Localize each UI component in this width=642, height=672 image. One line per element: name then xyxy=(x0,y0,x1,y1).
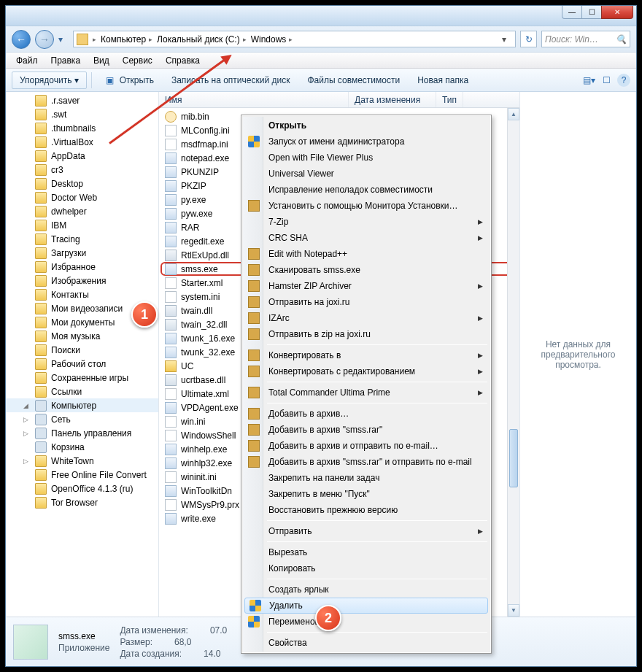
context-item[interactable]: Восстановить прежнюю версию xyxy=(244,502,489,518)
chevron-right-icon: ▶ xyxy=(478,352,483,359)
tree-item-label: Компьютер xyxy=(51,401,96,411)
context-item[interactable]: Total Commander Ultima Prime▶ xyxy=(244,385,489,401)
col-date[interactable]: Дата изменения xyxy=(349,92,436,107)
tree-item[interactable]: IBM xyxy=(6,218,158,232)
minimize-button[interactable]: — xyxy=(562,6,582,19)
file-icon xyxy=(165,250,177,261)
tree-item[interactable]: Tor Browser xyxy=(6,495,158,509)
scrollbar-vertical[interactable]: ▲ ▼ xyxy=(507,108,519,617)
context-item[interactable]: CRC SHA▶ xyxy=(244,230,489,246)
tree-item[interactable]: ◢Компьютер xyxy=(6,398,158,412)
context-item[interactable]: Добавить в архив "smss.rar" xyxy=(244,422,489,438)
context-menu[interactable]: ОткрытьЗапуск от имени администратораOpe… xyxy=(241,115,492,654)
views-button[interactable]: ▤▾ xyxy=(582,74,595,87)
tree-item[interactable]: Поиски xyxy=(6,343,158,357)
menu-edit[interactable]: Правка xyxy=(45,54,87,67)
context-item[interactable]: Закрепить в меню "Пуск" xyxy=(244,486,489,502)
nav-forward-button[interactable]: → xyxy=(35,30,54,49)
context-item[interactable]: 7-Zip▶ xyxy=(244,214,489,230)
tree-item[interactable]: Загрузки xyxy=(6,246,158,260)
tree-item[interactable]: Ссылки xyxy=(6,385,158,398)
context-item[interactable]: Добавить в архив и отправить по e-mail… xyxy=(244,438,489,454)
col-name[interactable]: Имя xyxy=(159,92,349,107)
help-button[interactable]: ? xyxy=(617,74,630,87)
tree-item[interactable]: Рабочий стол xyxy=(6,357,158,371)
tree-item[interactable]: Изображения xyxy=(6,274,158,287)
context-item[interactable]: Исправление неполадок совместимости xyxy=(244,182,489,198)
tree-item[interactable]: AppData xyxy=(6,149,158,163)
scroll-down-button[interactable]: ▼ xyxy=(508,604,519,617)
context-item[interactable]: Открыть xyxy=(244,117,489,134)
tree-item[interactable]: dwhelper xyxy=(6,204,158,218)
tree-item[interactable]: Избранное xyxy=(6,260,158,274)
tree-item[interactable]: Doctor Web xyxy=(6,190,158,204)
tree-item[interactable]: Desktop xyxy=(6,177,158,190)
tree-item[interactable]: OpenOffice 4.1.3 (ru) xyxy=(6,482,158,495)
tree-item[interactable]: ▷Панель управления xyxy=(6,426,158,440)
menubar: Файл Правка Вид Сервис Справка xyxy=(6,53,636,69)
menu-view[interactable]: Вид xyxy=(88,54,115,67)
search-input[interactable]: Поиск: Win… 🔍 xyxy=(541,31,630,47)
context-item[interactable]: Конвертировать в▶ xyxy=(244,347,489,363)
context-item[interactable]: Hamster ZIP Archiver▶ xyxy=(244,278,489,294)
context-separator xyxy=(267,344,487,345)
context-item[interactable]: Закрепить на панели задач xyxy=(244,470,489,486)
organize-button[interactable]: Упорядочить ▾ xyxy=(12,72,87,89)
new-folder-button[interactable]: Новая папка xyxy=(410,72,476,88)
compat-files-button[interactable]: Файлы совместимости xyxy=(300,72,407,88)
context-item[interactable]: Удалить xyxy=(244,598,488,614)
tree-item[interactable]: ▷WhiteTown xyxy=(6,454,158,468)
context-item[interactable]: Запуск от имени администратора xyxy=(244,134,489,150)
context-item[interactable]: Добавить в архив "smss.rar" и отправить … xyxy=(244,454,489,470)
context-item[interactable]: Отправить на joxi.ru xyxy=(244,294,489,310)
tree-item[interactable]: cr3 xyxy=(6,163,158,177)
tree-item[interactable]: .r.saver xyxy=(6,93,158,107)
menu-help[interactable]: Справка xyxy=(160,54,206,67)
tree-item[interactable]: Free Online File Convert xyxy=(6,468,158,482)
address-bar[interactable]: ▸ Компьютер▸ Локальный диск (C:)▸ Window… xyxy=(73,31,516,47)
tree-item[interactable]: .VirtualBox xyxy=(6,135,158,149)
maximize-button[interactable]: ☐ xyxy=(581,6,602,19)
preview-pane-button[interactable]: ☐ xyxy=(600,74,613,87)
tree-item[interactable]: Tracing xyxy=(6,232,158,246)
menu-tools[interactable]: Сервис xyxy=(117,54,158,67)
context-item[interactable]: Вырезать xyxy=(244,544,489,560)
context-item[interactable]: Open with File Viewer Plus xyxy=(244,150,489,166)
tree-item[interactable]: Моя музыка xyxy=(6,329,158,343)
open-button[interactable]: ▣Открыть xyxy=(96,71,161,90)
scroll-thumb[interactable] xyxy=(509,429,518,487)
menu-file[interactable]: Файл xyxy=(10,54,44,67)
context-item[interactable]: Universal Viewer xyxy=(244,166,489,182)
context-item[interactable]: Конвертировать с редактированием▶ xyxy=(244,363,489,379)
context-item[interactable]: Edit with Notepad++ xyxy=(244,246,489,262)
context-item[interactable]: Отправить в zip на joxi.ru xyxy=(244,326,489,342)
context-item[interactable]: Свойства xyxy=(244,635,489,651)
context-item[interactable]: Переименовать xyxy=(244,614,489,630)
refresh-button[interactable]: ↻ xyxy=(520,31,537,47)
breadcrumb-computer[interactable]: Компьютер▸ xyxy=(101,34,152,45)
nav-history-dropdown[interactable]: ▾ xyxy=(58,34,69,45)
context-item[interactable]: Создать ярлык xyxy=(244,582,489,598)
tree-item[interactable]: Корзина xyxy=(6,440,158,454)
context-item[interactable]: Копировать xyxy=(244,560,489,576)
tree-item[interactable]: Контакты xyxy=(6,287,158,301)
file-name: mib.bin xyxy=(181,112,209,122)
breadcrumb-drive-c[interactable]: Локальный диск (C:)▸ xyxy=(157,34,247,45)
context-item[interactable]: Сканировать smss.exe xyxy=(244,262,489,278)
tree-item[interactable]: .swt xyxy=(6,107,158,121)
burn-disc-button[interactable]: Записать на оптический диск xyxy=(164,72,298,88)
scroll-up-button[interactable]: ▲ xyxy=(508,108,519,120)
nav-back-button[interactable]: ← xyxy=(12,30,31,49)
context-item[interactable]: Установить с помощью Монитора Установки… xyxy=(244,198,489,214)
context-item[interactable]: Добавить в архив… xyxy=(244,406,489,422)
context-item[interactable]: Отправить▶ xyxy=(244,523,489,539)
tree-item-label: Мои документы xyxy=(51,317,115,328)
nav-tree[interactable]: .r.saver.swt.thumbnails.VirtualBoxAppDat… xyxy=(6,92,159,617)
close-button[interactable]: ✕ xyxy=(601,6,633,19)
address-dropdown[interactable]: ▾ xyxy=(496,34,512,45)
context-item[interactable]: IZArc▶ xyxy=(244,310,489,326)
tree-item[interactable]: ▷Сеть xyxy=(6,412,158,426)
breadcrumb-windows[interactable]: Windows▸ xyxy=(251,34,293,45)
tree-item[interactable]: Сохраненные игры xyxy=(6,371,158,385)
col-type[interactable]: Тип xyxy=(436,92,463,107)
